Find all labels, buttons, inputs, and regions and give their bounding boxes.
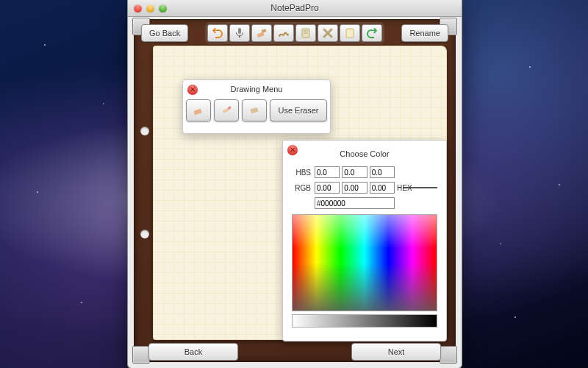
redo-button[interactable] — [362, 24, 382, 42]
page-button[interactable] — [340, 24, 360, 42]
corner-ornament — [132, 346, 150, 364]
redo-icon — [366, 27, 378, 39]
rgb-g-input[interactable] — [342, 182, 367, 194]
hex-input[interactable] — [315, 197, 395, 209]
undo-icon — [212, 27, 223, 39]
tool-strip — [205, 22, 384, 44]
next-button[interactable]: Next — [351, 343, 441, 361]
top-toolbar: Go Back — [141, 24, 448, 43]
microphone-button[interactable] — [229, 24, 250, 42]
drawing-menu-panel[interactable]: ✕ Drawing Menu Use Eraser — [182, 79, 331, 134]
hbs-label: HBS — [292, 169, 312, 177]
panel-title: Drawing Menu — [183, 80, 330, 96]
note-icon — [300, 27, 312, 39]
note-button[interactable] — [295, 24, 316, 42]
binder-hole — [140, 230, 149, 238]
close-icon[interactable]: ✕ — [187, 85, 198, 95]
undo-button[interactable] — [207, 24, 228, 42]
bottom-nav: Back Next — [148, 343, 441, 359]
window-title: NotePadPro — [128, 3, 462, 13]
eraser-brush-icon — [256, 27, 268, 39]
delete-button[interactable] — [318, 24, 338, 42]
pencil-eraser-icon — [220, 105, 232, 116]
notebook-page[interactable]: ✕ Drawing Menu Use Eraser — [153, 46, 447, 340]
corner-ornament — [440, 346, 457, 364]
eraser-tool-3-button[interactable] — [242, 99, 267, 121]
binder-hole — [140, 127, 149, 135]
titlebar[interactable]: NotePadPro — [128, 0, 462, 17]
hbs-b-input[interactable] — [342, 166, 367, 178]
svg-rect-10 — [251, 107, 259, 113]
panel-title: Choose Color — [287, 145, 442, 161]
rename-button[interactable]: Rename — [401, 24, 448, 42]
block-eraser-icon — [248, 105, 260, 116]
eraser-brush-button[interactable] — [251, 24, 272, 42]
rgb-label: RGB — [292, 184, 312, 192]
eraser-icon — [193, 105, 204, 116]
hbs-s-input[interactable] — [370, 166, 395, 178]
back-button[interactable]: Back — [148, 343, 238, 361]
desktop-wallpaper: NotePadPro Go Back — [0, 0, 588, 368]
svg-rect-7 — [194, 109, 202, 116]
color-fields: HBS RGB HEX — [292, 166, 437, 210]
brightness-slider[interactable] — [292, 314, 437, 328]
microphone-icon — [234, 27, 245, 39]
notebook-frame: Go Back — [134, 19, 456, 362]
svg-rect-6 — [346, 29, 354, 38]
eraser-tool-1-button[interactable] — [186, 99, 211, 121]
use-eraser-button[interactable]: Use Eraser — [270, 99, 326, 121]
app-window: NotePadPro Go Back — [127, 0, 462, 368]
rgb-b-input[interactable] — [370, 182, 395, 194]
go-back-button[interactable]: Go Back — [141, 24, 188, 42]
hbs-h-input[interactable] — [315, 166, 340, 178]
svg-rect-1 — [257, 32, 265, 38]
close-icon[interactable]: ✕ — [287, 145, 298, 155]
rgb-r-input[interactable] — [315, 182, 340, 194]
scribble-button[interactable] — [273, 24, 294, 42]
hue-saturation-picker[interactable] — [292, 214, 437, 311]
svg-rect-0 — [238, 28, 241, 34]
hex-label: HEX — [397, 184, 401, 192]
page-icon — [344, 27, 356, 39]
delete-icon — [322, 27, 334, 39]
eraser-tool-2-button[interactable] — [214, 99, 239, 121]
color-picker-panel[interactable]: ✕ Choose Color HBS RGB HEX — [282, 140, 447, 342]
scribble-icon — [278, 27, 290, 39]
